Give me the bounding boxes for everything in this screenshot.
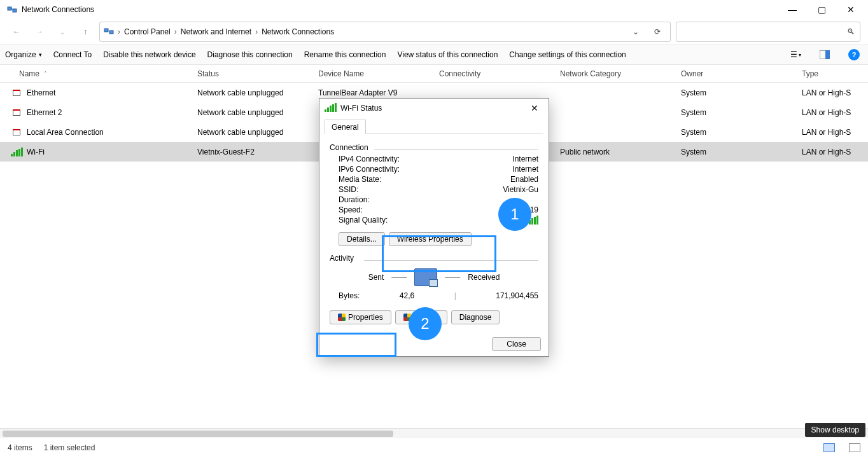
view-options-icon[interactable]: ☰▾ xyxy=(787,46,804,64)
svg-rect-3 xyxy=(104,29,108,32)
search-input[interactable]: 🔍︎ xyxy=(676,22,860,42)
maximize-button[interactable]: ▢ xyxy=(807,0,836,19)
address-bar[interactable]: › Control Panel › Network and Internet ›… xyxy=(99,22,671,42)
up-button[interactable]: ↑ xyxy=(76,23,94,41)
details-button[interactable]: Details... xyxy=(339,232,385,246)
rename-connection-button[interactable]: Rename this connection xyxy=(304,50,386,59)
col-connectivity[interactable]: Connectivity xyxy=(439,69,560,78)
breadcrumb-leaf[interactable]: Network Connections xyxy=(262,27,334,36)
selected-count: 1 item selected xyxy=(44,443,95,452)
wifi-icon xyxy=(325,103,337,114)
duration-label: Duration: xyxy=(339,195,370,204)
svg-rect-6 xyxy=(825,50,830,59)
bytes-received-value: 171,904,455 xyxy=(496,291,538,300)
large-icons-view-icon[interactable] xyxy=(849,443,860,452)
scrollbar-thumb[interactable] xyxy=(3,431,393,437)
address-icon xyxy=(104,26,114,38)
organize-menu[interactable]: Organize▾ xyxy=(5,50,42,59)
col-name[interactable]: Name⌃ xyxy=(0,69,197,78)
ipv4-value: Internet xyxy=(512,155,538,163)
tab-general[interactable]: General xyxy=(325,120,366,134)
ssid-value: Vietnix-Gu xyxy=(503,185,538,194)
dialog-tabs: General xyxy=(325,119,543,134)
ethernet-icon xyxy=(11,107,22,118)
recent-dropdown[interactable]: ⌄ xyxy=(53,23,71,41)
help-icon[interactable]: ? xyxy=(845,46,863,64)
ethernet-icon xyxy=(11,127,22,137)
svg-rect-4 xyxy=(109,31,113,34)
bytes-sent-value: 42,6 xyxy=(400,291,414,300)
column-headers: Name⌃ Status Device Name Connectivity Ne… xyxy=(0,65,868,83)
horizontal-scrollbar[interactable] xyxy=(0,428,868,438)
signal-quality-label: Signal Quality: xyxy=(339,216,388,226)
computer-icon xyxy=(414,268,437,286)
col-type[interactable]: Type xyxy=(802,69,868,78)
col-category[interactable]: Network Category xyxy=(560,69,681,78)
properties-button[interactable]: Properties xyxy=(330,310,391,324)
close-dialog-button[interactable]: Close xyxy=(492,337,541,351)
speed-label: Speed: xyxy=(339,205,363,214)
breadcrumb-sep: › xyxy=(118,27,120,36)
status-bar: 4 items 1 item selected xyxy=(0,439,868,456)
col-device[interactable]: Device Name xyxy=(318,69,439,78)
dialog-titlebar[interactable]: Wi-Fi Status ✕ xyxy=(319,99,549,118)
diagnose-button[interactable]: Diagnose xyxy=(451,310,500,324)
svg-rect-1 xyxy=(13,9,17,12)
breadcrumb-mid[interactable]: Network and Internet xyxy=(181,27,251,36)
window-title: Network Connections xyxy=(22,5,778,14)
annotation-badge-2: 2 xyxy=(409,307,442,340)
breadcrumb-root[interactable]: Control Panel xyxy=(124,27,171,36)
ipv6-value: Internet xyxy=(512,165,538,174)
ethernet-icon xyxy=(11,88,22,98)
sent-label: Sent xyxy=(368,273,384,282)
address-dropdown-icon[interactable]: ⌄ xyxy=(627,27,645,36)
section-connection: Connection xyxy=(330,143,538,152)
col-owner[interactable]: Owner xyxy=(681,69,802,78)
preview-pane-icon[interactable] xyxy=(816,46,834,64)
disable-device-button[interactable]: Disable this network device xyxy=(103,50,195,59)
show-desktop-tooltip: Show desktop xyxy=(805,423,865,437)
bytes-label: Bytes: xyxy=(339,291,360,300)
change-settings-button[interactable]: Change settings of this connection xyxy=(509,50,626,59)
dialog-close-button[interactable]: ✕ xyxy=(526,103,543,113)
connect-to-button[interactable]: Connect To xyxy=(53,50,92,59)
minimize-button[interactable]: ― xyxy=(778,0,807,19)
svg-rect-0 xyxy=(8,7,11,10)
section-activity: Activity xyxy=(330,254,538,263)
received-label: Received xyxy=(468,273,500,282)
close-button[interactable]: ✕ xyxy=(836,0,865,19)
forward-button[interactable]: → xyxy=(31,23,48,41)
refresh-icon[interactable]: ⟳ xyxy=(648,27,666,36)
media-state-label: Media State: xyxy=(339,175,381,184)
ipv6-label: IPv6 Connectivity: xyxy=(339,165,400,174)
window-titlebar: Network Connections ― ▢ ✕ xyxy=(0,0,868,19)
shield-icon xyxy=(338,314,346,321)
details-view-icon[interactable] xyxy=(823,443,835,452)
wireless-properties-button[interactable]: Wireless Properties xyxy=(389,232,472,246)
annotation-badge-1: 1 xyxy=(498,198,531,231)
sort-caret-icon: ⌃ xyxy=(43,71,48,76)
app-icon xyxy=(6,4,18,15)
back-button[interactable]: ← xyxy=(8,23,25,41)
wifi-icon xyxy=(11,147,22,157)
search-icon: 🔍︎ xyxy=(847,27,855,36)
dialog-title: Wi-Fi Status xyxy=(340,104,526,113)
diagnose-connection-button[interactable]: Diagnose this connection xyxy=(207,50,293,59)
navigation-bar: ← → ⌄ ↑ › Control Panel › Network and In… xyxy=(0,19,868,45)
ipv4-label: IPv4 Connectivity: xyxy=(339,155,400,163)
ssid-label: SSID: xyxy=(339,185,358,194)
item-count: 4 items xyxy=(8,443,32,452)
command-toolbar: Organize▾ Connect To Disable this networ… xyxy=(0,45,868,65)
view-status-button[interactable]: View status of this connection xyxy=(397,50,498,59)
media-state-value: Enabled xyxy=(510,175,538,184)
col-status[interactable]: Status xyxy=(197,69,318,78)
